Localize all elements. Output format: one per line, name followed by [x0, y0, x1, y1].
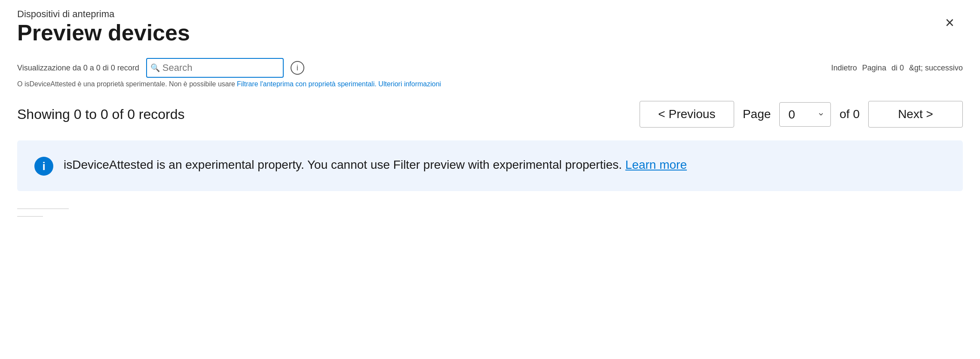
small-nav-of: di 0 — [891, 64, 904, 73]
small-showing-text: Visualizzazione da 0 a 0 di 0 record — [17, 64, 139, 73]
main-title: Preview devices — [17, 21, 963, 45]
header-area: Dispositivi di anteprima Preview devices… — [17, 9, 963, 45]
small-info-link[interactable]: Filtrare l'anteprima con proprietà speri… — [237, 80, 441, 88]
small-search-wrapper: 🔍 — [146, 58, 284, 78]
info-banner-text: isDeviceAttested is an experimental prop… — [64, 156, 687, 174]
close-button[interactable]: × — [941, 13, 959, 33]
results-bar: Showing 0 to 0 of 0 records < Previous P… — [17, 101, 963, 128]
info-banner-icon: i — [34, 157, 53, 176]
small-nav-back[interactable]: Indietro — [831, 64, 857, 73]
info-banner-message: isDeviceAttested is an experimental prop… — [64, 158, 622, 171]
small-info-icon[interactable]: i — [291, 61, 304, 75]
small-info-text: O isDeviceAttested è una proprietà speri… — [17, 80, 235, 88]
small-nav-next[interactable]: &gt; successivo — [909, 64, 963, 73]
divider-line-2 — [17, 216, 43, 217]
pagination-controls: < Previous Page 0 of 0 Next > — [640, 101, 963, 128]
page-container: Dispositivi di anteprima Preview devices… — [0, 0, 980, 359]
small-search-input[interactable] — [146, 58, 284, 78]
divider-line-1 — [17, 208, 69, 209]
page-label: Page — [743, 107, 771, 121]
page-select-wrapper: 0 — [779, 102, 831, 127]
small-nav-page-label: Pagina — [862, 64, 886, 73]
of-text: of 0 — [839, 107, 860, 121]
divider-lines — [17, 208, 963, 217]
sub-title: Dispositivi di anteprima — [17, 9, 963, 20]
small-info-message: O isDeviceAttested è una proprietà speri… — [17, 80, 963, 88]
small-search-icon: 🔍 — [150, 63, 160, 73]
next-button[interactable]: Next > — [868, 101, 963, 128]
previous-button[interactable]: < Previous — [640, 101, 734, 128]
learn-more-link[interactable]: Learn more — [625, 158, 687, 171]
small-toolbar: Visualizzazione da 0 a 0 di 0 record 🔍 i… — [17, 58, 963, 78]
showing-text: Showing 0 to 0 of 0 records — [17, 106, 185, 122]
small-nav: Indietro Pagina di 0 &gt; successivo — [831, 64, 963, 73]
page-select[interactable]: 0 — [779, 102, 831, 127]
info-banner: i isDeviceAttested is an experimental pr… — [17, 140, 963, 191]
